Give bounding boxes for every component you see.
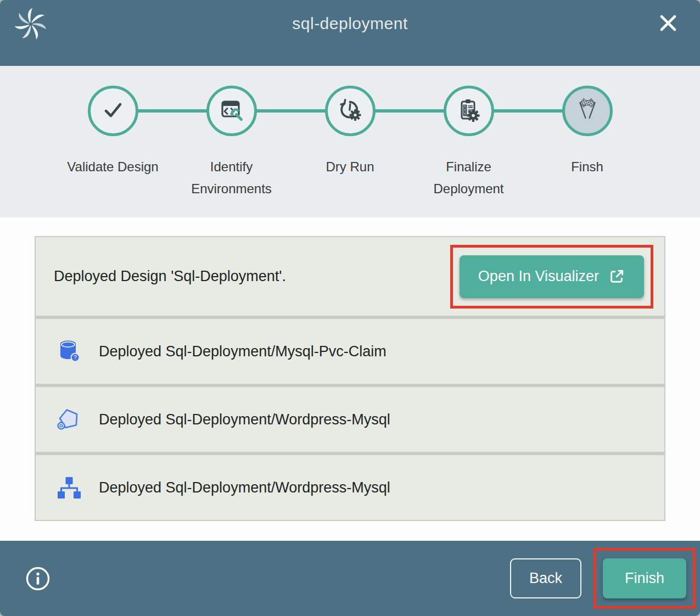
step-label: Finalize Deployment [422,156,516,200]
dry-run-history-gear-icon [337,97,363,125]
open-in-visualizer-highlight-box: Open In Visualizer [450,245,653,309]
step-identify-environments: Identify Environments [172,86,291,200]
step-label: Identify Environments [184,156,279,200]
footer-actions: Back Finish [510,548,696,609]
step-circle-identify-environments[interactable] [206,86,257,136]
step-circle-finalize-deployment[interactable] [444,86,494,136]
step-circle-dry-run[interactable] [325,86,376,136]
deployed-item-text: Deployed Sql-Deployment/Wordpress-Mysql [99,479,390,496]
finish-flags-icon [574,97,601,125]
back-label: Back [529,570,562,586]
dialog-title: sql-deployment [292,14,407,33]
step-label: Dry Run [326,156,374,178]
open-in-visualizer-button[interactable]: Open In Visualizer [460,255,644,298]
clipboard-gear-icon [456,97,482,125]
deployed-item-row: Deployed Sql-Deployment/Wordpress-Mysql [36,387,664,452]
deployed-item-text: Deployed Sql-Deployment/Wordpress-Mysql [99,411,390,428]
deployment-wizard-dialog: sql-deployment Validate Design [0,0,700,616]
step-validate-design: Validate Design [54,86,172,200]
step-finalize-deployment: Finalize Deployment [410,86,528,200]
back-button[interactable]: Back [510,558,581,598]
step-label: Finsh [571,156,603,178]
check-icon [100,97,126,125]
external-link-icon [608,268,625,285]
finish-label: Finish [625,570,664,587]
close-icon[interactable] [657,12,679,34]
finish-button[interactable]: Finish [603,558,686,598]
stepper: Validate Design Identify Environment [0,66,700,217]
dialog-footer: Back Finish [0,541,700,616]
finish-highlight-box: Finish [593,548,696,609]
step-label: Validate Design [67,156,158,178]
results-panel: Deployed Design 'Sql-Deployment'. Open I… [35,236,665,521]
dialog-header: sql-deployment [0,0,700,66]
deployed-item-row: Deployed Sql-Deployment/Wordpress-Mysql [36,455,664,520]
deployed-design-text: Deployed Design 'Sql-Deployment'. [54,268,286,285]
step-dry-run: Dry Run [291,86,410,200]
code-config-icon [219,97,245,125]
meshery-logo [13,7,48,42]
results-content: Deployed Design 'Sql-Deployment'. Open I… [0,217,700,541]
open-in-visualizer-label: Open In Visualizer [478,268,599,285]
svg-text:?: ? [74,354,77,361]
step-finish: Finsh [528,86,647,200]
step-circle-finish[interactable] [562,86,613,136]
deployed-item-text: Deployed Sql-Deployment/Mysql-Pvc-Claim [99,343,387,360]
info-icon[interactable] [25,566,51,591]
step-circle-validate-design[interactable] [88,86,138,136]
deployed-design-row: Deployed Design 'Sql-Deployment'. Open I… [36,237,664,316]
deployed-item-row: ? Deployed Sql-Deployment/Mysql-Pvc-Clai… [36,319,664,384]
database-icon: ? [56,338,82,365]
hierarchy-icon [56,474,82,501]
pentagon-icon [56,406,82,433]
